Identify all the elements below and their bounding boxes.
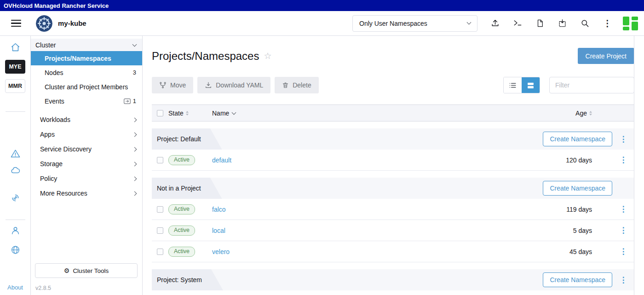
banner-title: OVHcloud Managed Rancher Service <box>4 2 109 9</box>
column-header-name[interactable]: Name <box>212 110 543 117</box>
column-header-age[interactable]: Age <box>543 110 612 117</box>
header-actions: ⋮ <box>491 19 612 28</box>
nav-section-cluster[interactable]: Cluster <box>31 39 142 51</box>
cluster-tools-button[interactable]: ⚙ Cluster Tools <box>35 263 138 278</box>
user-icon[interactable] <box>10 226 21 236</box>
sort-icon <box>589 111 592 116</box>
cloud-icon[interactable] <box>10 165 21 175</box>
gear-icon: ⚙ <box>64 267 70 274</box>
delete-button[interactable]: Delete <box>275 77 318 93</box>
sidebar-item-policy[interactable]: Policy <box>31 171 142 186</box>
upload-icon[interactable] <box>491 19 500 28</box>
namespace-link[interactable]: falco <box>212 206 226 213</box>
favorite-star-icon[interactable]: ☆ <box>264 51 271 61</box>
group-tab: Project: System <box>152 269 223 290</box>
filter-input[interactable] <box>549 77 634 93</box>
namespace-link[interactable]: default <box>212 156 231 164</box>
sidebar-item-storage[interactable]: Storage <box>31 156 142 171</box>
group-kebab-menu-icon[interactable]: ⋮ <box>620 276 627 284</box>
row-kebab-menu-icon[interactable]: ⋮ <box>620 205 627 213</box>
import-yaml-icon[interactable] <box>558 19 567 28</box>
download-yaml-button[interactable]: Download YAML <box>197 77 270 93</box>
table-row-local[interactable]: Active local 5 days ⋮ <box>152 220 634 241</box>
brand-logo[interactable] <box>622 16 639 31</box>
sidebar-item-label: Storage <box>40 160 63 168</box>
chevron-right-icon <box>132 191 137 196</box>
select-all-checkbox[interactable] <box>157 110 163 116</box>
create-namespace-button[interactable]: Create Namespace <box>543 132 612 146</box>
group-tab: Not in a Project <box>152 178 222 199</box>
group-kebab-menu-icon[interactable]: ⋮ <box>620 135 627 143</box>
rail-divider <box>6 220 25 220</box>
group-label: Project: Default <box>157 135 201 143</box>
table-row-falco[interactable]: Active falco 119 days ⋮ <box>152 199 634 220</box>
rail-divider <box>6 111 25 112</box>
chevron-down-icon <box>467 20 472 25</box>
move-button[interactable]: Move <box>152 77 193 93</box>
bulk-actions-toolbar: Move Download YAML Delete <box>152 77 634 93</box>
group-row: Project: Default Create Namespace ⋮ <box>152 128 634 150</box>
events-badge-icon <box>124 98 131 104</box>
sidebar-item-more-resources[interactable]: More Resources <box>31 186 142 201</box>
create-namespace-button[interactable]: Create Namespace <box>543 181 612 196</box>
row-checkbox[interactable] <box>157 206 163 213</box>
cluster-shortcut-mmr[interactable]: MMR <box>5 79 25 93</box>
create-project-button[interactable]: Create Project <box>578 48 634 64</box>
move-label: Move <box>170 81 186 89</box>
cluster-shortcut-mye[interactable]: MYE <box>5 60 25 74</box>
sidebar-item-workloads[interactable]: Workloads <box>31 112 142 127</box>
table-row-velero[interactable]: Active velero 45 days ⋮ <box>152 241 634 262</box>
download-yaml-label: Download YAML <box>216 81 263 89</box>
globe-icon[interactable] <box>10 245 21 255</box>
chevron-right-icon <box>132 176 137 181</box>
sidebar-item-label: Events <box>45 98 64 105</box>
sidebar-item-label: Cluster and Project Members <box>45 83 128 91</box>
kubectl-shell-icon[interactable] <box>513 19 522 28</box>
search-icon[interactable] <box>581 19 589 28</box>
status-badge: Active <box>168 204 195 214</box>
status-badge: Active <box>168 247 195 257</box>
scrollbar-track[interactable] <box>634 36 634 295</box>
namespace-filter-select[interactable]: Only User Namespaces <box>352 15 477 32</box>
table-group-not-in-project: Not in a Project Create Namespace Active… <box>152 178 634 262</box>
table-row-default[interactable]: Active default 120 days ⋮ <box>152 150 634 171</box>
create-namespace-button[interactable]: Create Namespace <box>543 272 612 287</box>
status-badge: Active <box>168 226 195 236</box>
column-header-state[interactable]: State <box>168 110 212 117</box>
sidebar-item-service-discovery[interactable]: Service Discovery <box>31 142 142 156</box>
sidebar-item-cluster-project-members[interactable]: Cluster and Project Members <box>31 80 142 94</box>
about-link[interactable]: About <box>0 284 30 291</box>
cluster-nav: Cluster Projects/Namespaces Nodes 3 Clus… <box>31 36 143 295</box>
row-kebab-menu-icon[interactable]: ⋮ <box>620 226 627 234</box>
state-column-label: State <box>168 110 184 117</box>
grouped-view-button[interactable] <box>522 77 540 93</box>
namespace-link[interactable]: local <box>212 227 225 234</box>
list-view-button[interactable] <box>504 77 522 93</box>
cluster-tools-label: Cluster Tools <box>73 267 109 274</box>
sidebar-item-nodes[interactable]: Nodes 3 <box>31 65 142 80</box>
row-kebab-menu-icon[interactable]: ⋮ <box>620 156 627 164</box>
row-kebab-menu-icon[interactable]: ⋮ <box>620 248 627 255</box>
row-checkbox[interactable] <box>157 157 163 163</box>
table-header: State Name Age <box>152 104 634 121</box>
age-value: 45 days <box>543 248 612 255</box>
sidebar-item-projects-namespaces[interactable]: Projects/Namespaces <box>31 51 142 65</box>
sidebar-item-label: More Resources <box>40 190 87 197</box>
main-content: Projects/Namespaces ☆ Create Project Mov… <box>143 36 644 295</box>
fleet-icon[interactable] <box>10 193 21 203</box>
events-count-badge: 1 <box>133 98 136 104</box>
row-checkbox[interactable] <box>157 227 163 234</box>
move-icon <box>159 81 167 89</box>
sidebar-item-events[interactable]: Events 1 <box>31 94 142 108</box>
row-checkbox[interactable] <box>157 249 163 255</box>
sidebar-item-apps[interactable]: Apps <box>31 127 142 142</box>
age-value: 120 days <box>543 156 612 164</box>
header-kebab-menu-icon[interactable]: ⋮ <box>603 19 612 28</box>
name-column-label: Name <box>212 110 229 117</box>
namespaces-table: State Name Age Project: Default <box>152 104 634 290</box>
main-menu-icon[interactable] <box>11 20 21 27</box>
namespace-link[interactable]: velero <box>212 248 230 255</box>
file-icon[interactable] <box>536 19 544 28</box>
home-icon[interactable] <box>10 42 21 52</box>
alert-icon[interactable] <box>10 149 21 159</box>
